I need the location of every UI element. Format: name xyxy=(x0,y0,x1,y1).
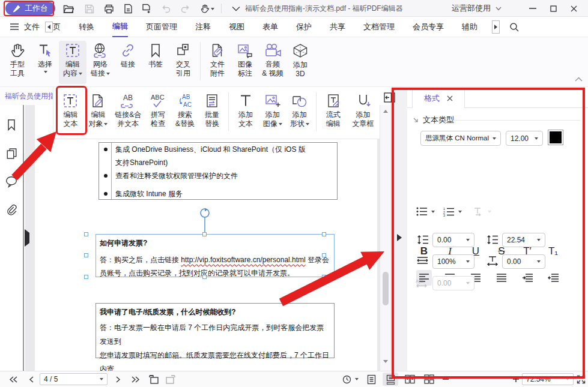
selection-handle-w[interactable] xyxy=(84,253,88,257)
line-spacing-select[interactable]: 22.54 xyxy=(502,233,545,247)
menu-doc-management[interactable]: 文档管理 xyxy=(363,17,395,37)
maximize-button[interactable] xyxy=(544,0,562,17)
hamburger-menu-icon[interactable] xyxy=(10,23,19,30)
link-button[interactable]: 链接 xyxy=(114,41,142,84)
flow-edit-button[interactable]: 流式 编辑 xyxy=(320,91,347,134)
indent-decrease-button[interactable] xyxy=(545,270,561,286)
panel-collapse-handle[interactable] xyxy=(397,234,402,241)
menu-comment[interactable]: 注释 xyxy=(195,17,211,37)
select-tool-button[interactable]: 选择 xyxy=(31,41,59,84)
search-replace-button[interactable]: ABAC 搜索 &替换 xyxy=(172,91,199,134)
menu-hidden-tab[interactable]: 页 xyxy=(53,17,61,37)
selection-handle-n[interactable] xyxy=(202,232,207,236)
edit-content-button[interactable]: 编辑 内容 xyxy=(59,41,86,84)
redo-icon[interactable] xyxy=(179,3,191,14)
add-shape-button[interactable]: 添加 形状 xyxy=(286,91,313,134)
document-tab[interactable]: 福昕会员使用指 xyxy=(0,87,53,105)
selection-handle-ne[interactable] xyxy=(322,232,326,236)
image-annotation-button[interactable]: 图像 标注 xyxy=(231,41,259,84)
numbered-list-button[interactable]: 123 xyxy=(443,207,462,217)
batch-replace-button[interactable]: 批量 替换 xyxy=(199,91,226,134)
add-article-box-button[interactable]: 添加 文章框 xyxy=(347,91,380,134)
edit-object-button[interactable]: 编辑 对象 xyxy=(85,91,112,134)
font-size-select[interactable]: 12.00 xyxy=(506,131,543,146)
rotate-view-button[interactable] xyxy=(340,371,360,387)
paragraph-spacing-select[interactable]: 0.00 xyxy=(432,233,474,247)
last-page-button[interactable] xyxy=(129,371,143,387)
add-text-button[interactable]: 添加 文本 xyxy=(232,91,259,134)
menu-assist[interactable]: 辅助 xyxy=(462,17,477,37)
link-merge-text-button[interactable]: AB 链接&合 并文本 xyxy=(112,91,145,134)
previous-view-button[interactable] xyxy=(147,371,161,387)
bookmarks-panel-icon[interactable] xyxy=(5,118,17,131)
zoom-level-select[interactable]: 72.54% xyxy=(522,373,574,385)
next-view-button[interactable] xyxy=(163,371,178,387)
workspace-button[interactable]: 工作台 xyxy=(5,2,55,15)
first-page-button[interactable] xyxy=(6,371,20,387)
minimize-button[interactable] xyxy=(524,0,542,17)
menu-form[interactable]: 表单 xyxy=(262,17,278,37)
menu-scroll-left-button[interactable] xyxy=(45,22,53,32)
selection-handle-nw[interactable] xyxy=(84,232,88,236)
comments-panel-icon[interactable] xyxy=(5,176,18,188)
horizontal-scale-select[interactable]: 100% xyxy=(432,254,474,269)
page-number-select[interactable]: 4 / 5 xyxy=(40,373,108,385)
selection-handle-s[interactable] xyxy=(202,275,207,279)
bullet-list-button[interactable] xyxy=(416,207,435,216)
add-3d-button[interactable]: 添加 3D xyxy=(286,41,314,84)
zoom-out-button[interactable] xyxy=(441,371,450,387)
menu-file[interactable]: 文件 xyxy=(24,17,40,37)
font-family-select[interactable]: 思源黑体 CN Normal xyxy=(420,131,501,146)
account-dropdown[interactable]: 运营部使用 xyxy=(452,0,502,17)
open-file-icon[interactable] xyxy=(62,3,74,14)
font-color-swatch[interactable] xyxy=(548,130,563,145)
menu-convert[interactable]: 转换 xyxy=(79,17,94,37)
tile-view-button[interactable] xyxy=(420,371,437,387)
selected-text-box-invoice-question[interactable]: 如何申请发票? 答：购买之后，点击链接 http://vip.foxitsoft… xyxy=(95,234,335,277)
search-icon[interactable] xyxy=(509,22,519,32)
hand-tool-quick-icon[interactable] xyxy=(197,3,217,14)
menu-page-management[interactable]: 页面管理 xyxy=(146,17,177,37)
hand-tool-button[interactable]: 手型 工具 xyxy=(4,41,31,84)
text-box-invoice-delivery[interactable]: 我申请了电子/纸质发票，什么时候能收到? 答：电子发票一般在申请后 7 个工作日… xyxy=(95,303,335,358)
text-direction-button[interactable] xyxy=(473,207,491,216)
dock-panel-icon[interactable] xyxy=(384,92,395,103)
close-button[interactable] xyxy=(565,0,583,17)
continuous-view-button[interactable] xyxy=(383,373,398,386)
sidebar-expand-handle[interactable] xyxy=(25,233,29,244)
audio-video-button[interactable]: 音频 & 视频 xyxy=(259,41,286,84)
menu-protect[interactable]: 保护 xyxy=(296,17,312,37)
close-panel-icon[interactable] xyxy=(447,95,453,101)
pdf-page[interactable]: 集成 OneDrive Business、iCloud 和 SharePoint… xyxy=(35,105,377,371)
word-spacing-select[interactable]: 0.00 xyxy=(432,276,474,290)
selection-handle-sw[interactable] xyxy=(84,275,88,279)
format-tab[interactable]: 格式 xyxy=(412,88,465,108)
print-icon[interactable] xyxy=(103,3,115,14)
single-page-view-button[interactable] xyxy=(363,371,379,387)
undo-icon[interactable] xyxy=(160,3,172,14)
qa1-url[interactable]: http://vip.foxitsoftware.cn/personal.htm… xyxy=(181,256,305,264)
selection-handle-se[interactable] xyxy=(322,275,326,279)
web-link-button[interactable]: 网络 链接 xyxy=(86,41,114,84)
prev-page-button[interactable] xyxy=(25,371,37,387)
edit-text-button[interactable]: 编辑 文本 xyxy=(56,91,85,134)
zoom-in-button[interactable] xyxy=(511,371,521,387)
add-image-button[interactable]: 添加 图像 xyxy=(259,91,286,134)
chevron-down-icon[interactable] xyxy=(230,3,242,14)
facing-view-button[interactable] xyxy=(402,371,417,387)
menu-view[interactable]: 视图 xyxy=(229,17,244,37)
vertical-scrollbar[interactable] xyxy=(380,105,390,371)
align-justify-button[interactable] xyxy=(494,270,509,286)
menu-edit[interactable]: 编辑 xyxy=(112,16,128,37)
bookmark-button[interactable]: 书签 xyxy=(142,41,169,84)
pages-panel-icon[interactable] xyxy=(5,147,18,160)
panel-splitter[interactable] xyxy=(390,88,407,379)
indent-increase-button[interactable] xyxy=(520,270,535,286)
document-canvas[interactable]: 集成 OneDrive Business、iCloud 和 SharePoint… xyxy=(25,105,380,371)
cross-reference-button[interactable]: 交叉 引用 xyxy=(169,41,197,84)
file-attachment-button[interactable]: 文件 附件 xyxy=(204,41,231,84)
menu-member[interactable]: 会员专享 xyxy=(413,17,444,37)
char-spacing-select[interactable]: 0.00 xyxy=(502,254,545,269)
selection-handle-e[interactable] xyxy=(322,253,326,257)
rotation-handle[interactable] xyxy=(199,207,211,235)
